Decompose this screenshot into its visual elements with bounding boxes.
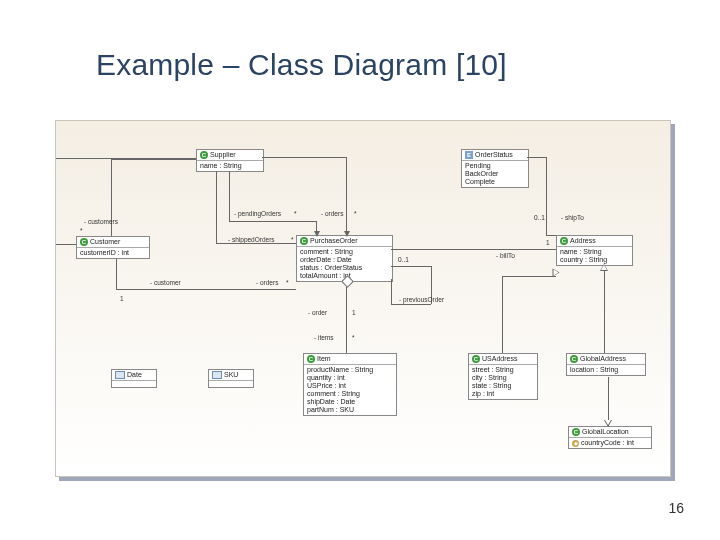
class-icon: C	[570, 355, 578, 363]
edge	[391, 266, 431, 267]
class-address: CAddress name : String country : String	[556, 235, 633, 266]
mult-label: *	[286, 279, 289, 286]
class-globallocation: CGlobalLocation ◆ countryCode : int	[568, 426, 652, 449]
edge	[546, 157, 547, 235]
role-label: - previousOrder	[399, 296, 444, 303]
generalization-icon	[600, 264, 608, 271]
edge	[56, 244, 76, 245]
attr: zip : int	[472, 390, 534, 398]
attr: name : String	[197, 161, 263, 171]
attr: countryCode : int	[581, 439, 634, 446]
edge	[546, 235, 556, 236]
mult-label: *	[80, 227, 83, 234]
attr: city : String	[472, 374, 534, 382]
attr: name : String	[560, 248, 629, 256]
mult-label: 1	[120, 295, 124, 302]
class-name: Supplier	[210, 151, 236, 159]
mult-label: *	[294, 210, 297, 217]
attr: state : String	[472, 382, 534, 390]
role-label: - order	[308, 309, 327, 316]
attr: country : String	[560, 256, 629, 264]
edge	[502, 276, 503, 353]
page-number: 16	[668, 500, 684, 516]
role-label: - customers	[84, 218, 118, 225]
edge	[229, 171, 230, 221]
class-item: CItem productName : String quantity : in…	[303, 353, 397, 416]
class-name: Date	[127, 371, 142, 379]
edge	[229, 221, 316, 222]
arrow-icon	[314, 231, 320, 237]
mult-label: 1	[352, 309, 356, 316]
attr: status : OrderStatus	[300, 264, 389, 272]
edge	[346, 157, 347, 235]
attr: orderDate : Date	[300, 256, 389, 264]
mult-label: 0..1	[398, 256, 409, 263]
edge	[116, 289, 148, 290]
edge	[391, 304, 431, 305]
class-icon: C	[200, 151, 208, 159]
role-label: - customer	[150, 279, 181, 286]
role-label: - items	[314, 334, 334, 341]
attr-vis-icon: ◆	[572, 440, 579, 447]
mult-label: 0..1	[534, 214, 545, 221]
edge	[502, 276, 556, 277]
class-globaladdress: CGlobalAddress location : String	[566, 353, 646, 376]
attr: street : String	[472, 366, 534, 374]
attr: BackOrder	[465, 170, 525, 178]
attr: USPrice : int	[307, 382, 393, 390]
class-name: OrderStatus	[475, 151, 513, 159]
attr: shipDate : Date	[307, 398, 393, 406]
attr: Pending	[465, 162, 525, 170]
attr: comment : String	[307, 390, 393, 398]
edge	[391, 249, 556, 250]
generalization-icon	[553, 269, 560, 277]
edge	[116, 259, 117, 289]
class-icon: C	[80, 238, 88, 246]
class-name: Customer	[90, 238, 120, 246]
attr: Complete	[465, 178, 525, 186]
class-icon: C	[572, 428, 580, 436]
class-name: GlobalLocation	[582, 428, 629, 436]
class-name: SKU	[224, 371, 238, 379]
class-name: USAddress	[482, 355, 517, 363]
datatype-icon	[115, 371, 125, 379]
mult-label: *	[352, 334, 355, 341]
role-label: - orders	[256, 279, 278, 286]
class-icon: C	[560, 237, 568, 245]
edge	[148, 289, 296, 290]
class-supplier: CSupplier name : String	[196, 149, 264, 172]
edge	[216, 243, 296, 244]
generalization-icon	[604, 420, 612, 427]
class-name: Item	[317, 355, 331, 363]
page-title: Example – Class Diagram [10]	[96, 48, 507, 82]
arrow-icon	[344, 231, 350, 237]
uml-diagram: CSupplier name : String EOrderStatus Pen…	[56, 121, 670, 476]
class-icon: C	[472, 355, 480, 363]
class-usaddress: CUSAddress street : String city : String…	[468, 353, 538, 400]
attr: quantity : int	[307, 374, 393, 382]
attr: partNum : SKU	[307, 406, 393, 414]
edge	[391, 279, 392, 304]
class-name: PurchaseOrder	[310, 237, 357, 245]
enum-icon: E	[465, 151, 473, 159]
datatype-sku: SKU	[208, 369, 254, 388]
class-customer: CCustomer customerID : int	[76, 236, 150, 259]
datatype-icon	[212, 371, 222, 379]
attr: customerID : int	[77, 248, 149, 258]
mult-label: *	[354, 210, 357, 217]
edge	[111, 159, 196, 160]
diagram-frame: CSupplier name : String EOrderStatus Pen…	[55, 120, 671, 477]
class-icon: C	[300, 237, 308, 245]
datatype-date: Date	[111, 369, 157, 388]
attr: productName : String	[307, 366, 393, 374]
role-label: - shipTo	[561, 214, 584, 221]
role-label: - billTo	[496, 252, 515, 259]
edge	[216, 171, 217, 243]
class-icon: C	[307, 355, 315, 363]
attr: location : String	[567, 365, 645, 375]
role-label: - pendingOrders	[234, 210, 281, 217]
edge	[604, 270, 605, 353]
edge	[346, 279, 347, 353]
class-name: Address	[570, 237, 596, 245]
edge	[608, 377, 609, 426]
